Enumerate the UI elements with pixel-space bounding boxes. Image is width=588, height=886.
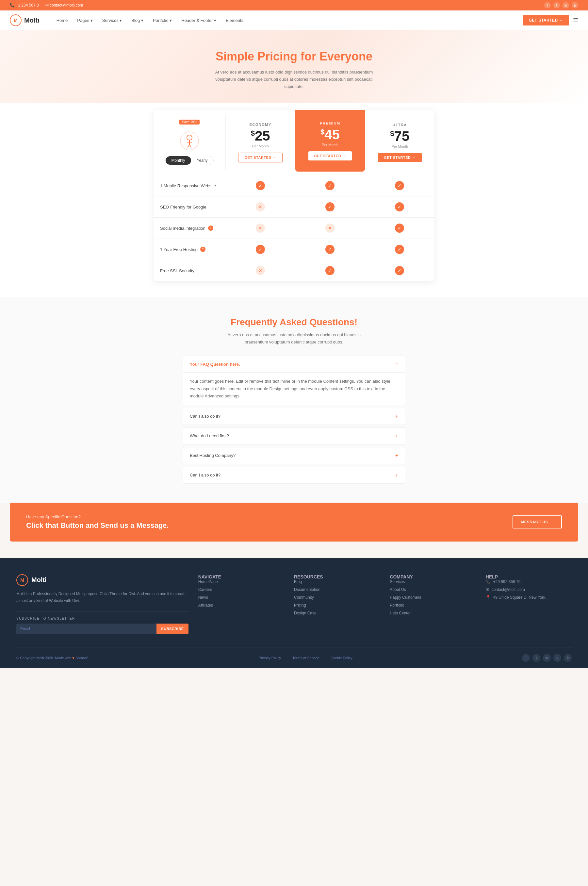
faq-expand-icon: + — [395, 433, 398, 439]
footer-company-title: COMPANY — [390, 574, 476, 580]
footer-link-designcase[interactable]: Design Case — [294, 611, 380, 616]
footer-resources-title: RESOURCES — [294, 574, 380, 580]
footer-twitter-icon[interactable]: t — [532, 654, 540, 662]
check-icon: ✓ — [326, 266, 334, 275]
footer-link-blog[interactable]: Blog — [294, 580, 380, 584]
cross-icon: ✕ — [256, 202, 265, 212]
hamburger-icon[interactable]: ☰ — [573, 17, 578, 24]
footer-link-community[interactable]: Community — [294, 595, 380, 600]
ultra-cta-button[interactable]: GET STARTED → — [378, 153, 422, 162]
nav-services[interactable]: Services ▾ — [98, 15, 126, 26]
footer-link-pricing[interactable]: Pricing — [294, 603, 380, 608]
faq-question[interactable]: Can I also do it? + — [183, 467, 405, 484]
footer-behance-icon[interactable]: b — [564, 654, 572, 662]
cookie-link[interactable]: Cookie Policy — [331, 656, 352, 660]
faq-container: Your FAQ Question here. ↑ Your content g… — [183, 356, 405, 484]
footer-resources-col: RESOURCES Blog Documentation Community P… — [294, 574, 380, 634]
footer-brand-col: M Molti Molti is a Professionally Design… — [16, 574, 189, 634]
faq-question[interactable]: What do I need first? + — [183, 428, 405, 444]
pricing-section: Save 19% Monthly Yearly ECONOMY $25 — [0, 103, 588, 297]
nav-home[interactable]: Home — [52, 15, 72, 26]
footer-link-affiliates[interactable]: Affiliates — [198, 603, 284, 608]
footer-link-helpcenter[interactable]: Help Center — [390, 611, 476, 616]
info-icon[interactable]: ? — [208, 225, 213, 231]
message-us-button[interactable]: MESSAGE US → — [513, 515, 562, 529]
nav-portfolio[interactable]: Portfolio ▾ — [149, 15, 176, 26]
footer-link-services[interactable]: Services — [390, 580, 476, 584]
nav-elements[interactable]: Elements — [222, 15, 247, 26]
check-icon: ✓ — [256, 181, 265, 190]
cta-banner: Have any Specific Question? Click that B… — [10, 503, 578, 542]
faq-question[interactable]: Best Hosting Company? + — [183, 448, 405, 464]
footer-pinterest-icon[interactable]: p — [554, 654, 561, 662]
footer-logo-icon: M — [16, 574, 28, 586]
svg-point-1 — [187, 135, 192, 140]
nav-blog[interactable]: Blog ▾ — [128, 15, 147, 26]
pricing-illustration — [180, 131, 199, 151]
newsletter-subscribe-button[interactable]: SUBSCRIBE — [156, 623, 188, 634]
footer-link-news[interactable]: News — [198, 595, 284, 600]
top-bar-left: 📞 +1 234 567 8 ✉ contact@molti.com — [10, 3, 83, 8]
top-bar-social: f t in p — [544, 2, 578, 9]
faq-expand-icon: + — [395, 453, 398, 458]
pinterest-icon[interactable]: p — [572, 2, 578, 9]
facebook-icon[interactable]: f — [544, 2, 551, 9]
feature-row: 1 Year Free Hosting ? ✓ ✓ ✓ — [153, 239, 435, 260]
footer-link-homepage[interactable]: HomePage — [198, 580, 284, 584]
premium-cta-button[interactable]: GET STARTED → — [308, 151, 352, 161]
getstarted-button[interactable]: GET STARTED → — [523, 15, 569, 26]
privacy-policy-link[interactable]: Privacy Policy — [259, 656, 281, 660]
instagram-icon[interactable]: in — [562, 2, 569, 9]
phone-icon: 📞 +1 234 567 8 — [10, 3, 39, 8]
terms-link[interactable]: Terms of Service — [292, 656, 319, 660]
faq-item: What do I need first? + — [183, 428, 405, 445]
email-icon: ✉ contact@molti.com — [45, 3, 83, 8]
footer-link-aboutus[interactable]: About Us — [390, 587, 476, 592]
hero-title: Simple Pricing for Everyone — [10, 50, 578, 63]
nav-header-footer[interactable]: Header & Footer ▾ — [177, 15, 220, 26]
plan-economy: ECONOMY $25 Per Month GET STARTED → — [225, 115, 295, 170]
plan-ultra: ULTRA $75 Per Month GET STARTED → — [365, 115, 435, 170]
footer-link-documentation[interactable]: Documentation — [294, 587, 380, 592]
faq-expand-icon: + — [395, 413, 398, 419]
newsletter-form: SUBSCRIBE — [16, 623, 189, 634]
twitter-icon[interactable]: t — [554, 2, 560, 9]
footer-linkedin-icon[interactable]: in — [543, 654, 551, 662]
footer-facebook-icon[interactable]: f — [522, 654, 530, 662]
cta-large-text: Click that Button and Send us a Message. — [26, 521, 168, 530]
svg-line-4 — [188, 145, 189, 147]
pricing-top: Save 19% Monthly Yearly ECONOMY $25 — [153, 110, 435, 175]
plan-premium: PREMIUM $45 Per Month GET STARTED → — [295, 110, 364, 171]
check-icon: ✓ — [326, 202, 334, 212]
footer-navigate-col: NAVIGATE HomePage Careers News Affiliate… — [198, 574, 284, 634]
check-icon: ✓ — [395, 224, 404, 233]
check-icon: ✓ — [326, 181, 334, 190]
logo[interactable]: M Molti — [10, 14, 39, 26]
pricing-card: Save 19% Monthly Yearly ECONOMY $25 — [153, 110, 435, 281]
footer-link-happycustomers[interactable]: Happy Customers — [390, 595, 476, 600]
faq-question[interactable]: Your FAQ Question here. ↑ — [183, 356, 405, 372]
footer-link-portfolio[interactable]: Portfolio — [390, 603, 476, 608]
footer-help-col: HELP 📞 +49 892 358 75 ✉ contact@molti.co… — [486, 574, 572, 634]
cta-small-text: Have any Specific Question? — [26, 514, 168, 519]
monthly-toggle[interactable]: Monthly — [166, 156, 191, 165]
footer-link-careers[interactable]: Careers — [198, 587, 284, 592]
yearly-toggle[interactable]: Yearly — [191, 156, 214, 165]
footer: M Molti Molti is a Professionally Design… — [0, 558, 588, 668]
feature-row: Free SSL Security ✕ ✓ ✓ — [153, 260, 435, 281]
feature-row: SEO Friendly for Google ✕ ✓ ✓ — [153, 196, 435, 217]
newsletter-input[interactable] — [16, 623, 156, 634]
email-icon: ✉ — [486, 587, 489, 592]
nav-right: GET STARTED → ☰ — [523, 15, 578, 26]
location-icon: 📍 — [486, 595, 490, 600]
faq-answer: Your content goes here. Edit or remove t… — [183, 372, 405, 405]
nav-pages[interactable]: Pages ▾ — [73, 15, 96, 26]
info-icon[interactable]: ? — [200, 247, 206, 252]
check-icon: ✓ — [395, 245, 404, 254]
check-icon: ✓ — [256, 245, 265, 254]
faq-question[interactable]: Can I also do it? + — [183, 408, 405, 425]
svg-line-5 — [189, 145, 191, 147]
feature-row: Social media integration ? ✕ ✕ ✓ — [153, 217, 435, 239]
economy-cta-button[interactable]: GET STARTED → — [238, 153, 282, 162]
footer-description: Molti is a Professionally Designed Multi… — [16, 590, 189, 605]
